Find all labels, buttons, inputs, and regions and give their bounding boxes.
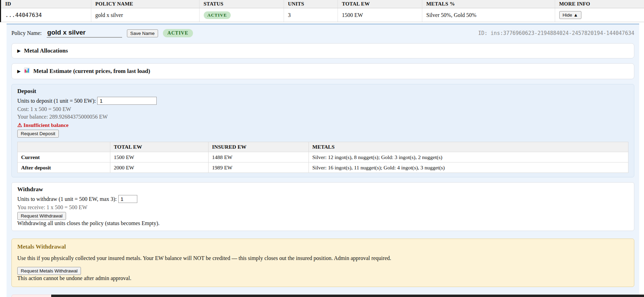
metals-withdrawal-description: Use this if you physically collected you… [17, 255, 628, 261]
disclosure-triangle-icon: ▶ [17, 48, 20, 54]
deposit-title: Deposit [17, 88, 628, 95]
request-deposit-button[interactable]: Request Deposit [17, 130, 59, 138]
row-label: Current [18, 152, 110, 163]
deposit-section: Deposit Units to deposit (1 unit = 500 E… [11, 84, 634, 177]
policy-row: ...44047634 gold x silver ACTIVE 3 1500 … [1, 8, 644, 22]
col-header-total-ew: TOTAL EW [338, 0, 422, 8]
metal-allocations-title: Metal Allocations [24, 47, 68, 54]
metals-withdrawal-section: Metals Withdrawal Use this if you physic… [11, 239, 634, 287]
col-header-more-info: MORE INFO [555, 0, 644, 8]
row-label: After deposit [18, 163, 110, 173]
policy-name-cell: gold x silver [91, 8, 199, 22]
col-header-id: ID [1, 0, 91, 8]
status-badge: ACTIVE [163, 29, 193, 37]
after-metals: Silver: 16 ingot(s), 11 nugget(s); Gold:… [309, 163, 628, 173]
policies-header-row: ID POLICY NAME STATUS UNITS TOTAL EW MET… [1, 0, 644, 8]
withdraw-units-input[interactable] [118, 195, 137, 203]
table-row-current: Current 1500 EW 1488 EW Silver: 12 ingot… [18, 152, 628, 163]
table-row-after-deposit: After deposit 2000 EW 1989 EW Silver: 16… [18, 163, 628, 173]
request-metals-withdrawal-button[interactable]: Request Metals Withdrawal [17, 267, 81, 275]
col-header-policy-name: POLICY NAME [91, 0, 199, 8]
disclosure-triangle-icon: ▶ [17, 69, 20, 74]
withdraw-receive-line: You receive: 1 x 500 = 500 EW [17, 204, 628, 211]
withdraw-section: Withdraw Units to withdraw (1 unit = 500… [11, 182, 634, 231]
section-metal-estimate[interactable]: ▶ Metal Estimate (current prices, from l… [11, 63, 634, 79]
request-withdrawal-button[interactable]: Request Withdrawal [17, 212, 66, 220]
policy-detail-panel: Policy Name: Save Name ACTIVE ID: ins:37… [7, 24, 639, 297]
current-insured-ew: 1488 EW [209, 152, 309, 163]
after-insured-ew: 1989 EW [209, 163, 309, 173]
metals-withdrawal-title: Metals Withdrawal [17, 243, 628, 250]
col-header-metals-pct: METALS % [422, 0, 555, 8]
policy-name-label: Policy Name: [11, 30, 42, 36]
col-header-status: STATUS [199, 0, 284, 8]
preview-col-metals: METALS [309, 142, 628, 152]
policy-total-ew-cell: 1500 EW [338, 8, 422, 22]
withdraw-note: Withdrawing all units closes the policy … [17, 220, 628, 226]
policy-name-row: Policy Name: Save Name ACTIVE ID: ins:37… [11, 28, 634, 38]
policy-status-cell: ACTIVE [199, 8, 284, 22]
bottom-edge-bar [51, 295, 644, 297]
preview-col-total-ew: TOTAL EW [110, 142, 209, 152]
deposit-cost-line: Cost: 1 x 500 = 500 EW [17, 106, 628, 112]
deposit-units-row: Units to deposit (1 unit = 500 EW): [17, 97, 628, 105]
current-total-ew: 1500 EW [110, 152, 209, 163]
policies-table: ID POLICY NAME STATUS UNITS TOTAL EW MET… [1, 0, 644, 22]
section-metal-allocations[interactable]: ▶ Metal Allocations [11, 43, 634, 58]
balance-line: Your balance: 289.92684375000056 EW [17, 114, 628, 120]
withdraw-units-row: Units to withdraw (1 unit = 500 EW, max … [17, 195, 628, 203]
metals-withdrawal-note: This action cannot be undone after admin… [17, 275, 628, 281]
policy-metals-pct-cell: Silver 50%, Gold 50% [422, 8, 555, 22]
metal-estimate-title: Metal Estimate (current prices, from las… [33, 68, 150, 75]
preview-col-insured-ew: INSURED EW [209, 142, 309, 152]
policy-more-info-cell: Hide ▲ [555, 8, 644, 22]
preview-corner-cell [18, 142, 110, 152]
preview-header-row: TOTAL EW INSURED EW METALS [18, 142, 628, 152]
after-total-ew: 2000 EW [110, 163, 209, 173]
deposit-units-label: Units to deposit (1 unit = 500 EW): [17, 98, 96, 104]
deposit-preview-table: TOTAL EW INSURED EW METALS Current 1500 … [17, 142, 628, 173]
policy-instance-id: ID: ins:3776960623-2194884024-2457820194… [478, 30, 634, 36]
col-header-units: UNITS [284, 0, 338, 8]
save-name-button[interactable]: Save Name [127, 29, 158, 37]
withdraw-title: Withdraw [17, 186, 628, 193]
insufficient-balance-warning: ⚠ Insufficient balance [17, 122, 628, 128]
policy-name-input[interactable] [47, 29, 122, 38]
bar-chart-icon [24, 67, 30, 75]
hide-details-button[interactable]: Hide ▲ [559, 11, 582, 19]
status-badge: ACTIVE [204, 11, 231, 19]
policies-table-wrap: ID POLICY NAME STATUS UNITS TOTAL EW MET… [0, 0, 644, 22]
deposit-units-input[interactable] [97, 97, 157, 105]
warning-text: Insufficient balance [24, 122, 68, 128]
withdraw-units-label: Units to withdraw (1 unit = 500 EW, max … [17, 196, 117, 202]
current-metals: Silver: 12 ingot(s), 8 nugget(s); Gold: … [309, 152, 628, 163]
policy-units-cell: 3 [284, 8, 338, 22]
warning-icon: ⚠ [17, 122, 22, 128]
policy-id-cell: ...44047634 [1, 8, 91, 22]
